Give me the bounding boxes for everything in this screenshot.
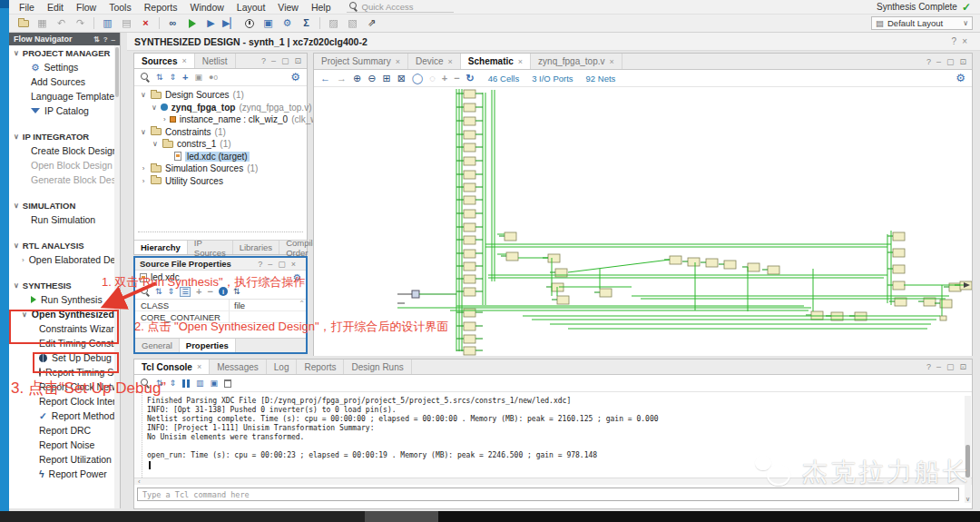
tab-log[interactable]: Log (267, 359, 298, 374)
find-icon[interactable]: ∞ (164, 16, 181, 31)
menu-tools[interactable]: Tools (103, 2, 138, 13)
step-icon[interactable]: ▶ (202, 16, 220, 31)
gear-icon[interactable]: ⚙ (290, 71, 300, 84)
float-icon[interactable]: ⊡ (959, 57, 966, 66)
flow-section-project-manager[interactable]: ∨PROJECT MANAGER (9, 45, 120, 60)
stat-46-cells[interactable]: 46 Cells (488, 74, 519, 84)
run-icon[interactable] (183, 16, 201, 31)
wand-icon[interactable]: ⇗ (363, 16, 380, 31)
maximize-icon[interactable]: ▢ (946, 362, 955, 371)
close-tab-icon[interactable]: × (181, 56, 186, 65)
maximize-icon[interactable]: ▢ (278, 260, 286, 269)
back-icon[interactable]: ← (320, 73, 330, 84)
float-icon[interactable]: ⊡ (294, 56, 301, 65)
menu-edit[interactable]: Edit (41, 2, 70, 13)
minimize-icon[interactable]: ‒ (271, 56, 276, 65)
tab-zynq_fpga_top-v[interactable]: zynq_fpga_top.v× (531, 54, 622, 69)
gear-icon[interactable]: ⚙ (956, 72, 965, 84)
tab-general[interactable]: General (135, 339, 180, 352)
menu-view[interactable]: View (271, 2, 305, 13)
autofit-icon[interactable]: ◯ (412, 73, 423, 84)
clear-icon[interactable] (224, 379, 231, 388)
minimize-icon[interactable]: ‒ (936, 57, 941, 66)
minimize-icon[interactable]: ‒ (936, 362, 941, 371)
flow-item-settings[interactable]: ⚙Settings (9, 60, 120, 74)
flow-item-report-methodology[interactable]: ✓Report Methodology (9, 409, 120, 423)
flow-item-run-simulation[interactable]: Run Simulation (9, 212, 120, 227)
menu-help[interactable]: Help (305, 2, 338, 13)
flow-item-report-noise[interactable]: Report Noise (9, 438, 120, 452)
timer-icon[interactable] (240, 16, 258, 31)
dock-icon[interactable]: ⇅ (93, 35, 100, 44)
flow-item-report-drc[interactable]: Report DRC (9, 423, 120, 438)
tab-ip-sources[interactable]: IP Sources (188, 241, 233, 254)
tab-project-summary[interactable]: Project Summary× (314, 54, 408, 69)
tab-properties[interactable]: Properties (180, 339, 236, 352)
flow-section-simulation[interactable]: ∨SIMULATION (9, 198, 120, 212)
flow-section-rtl-analysis[interactable]: ∨RTL ANALYSIS (9, 238, 120, 252)
stat-3-i-o-ports[interactable]: 3 I/O Ports (532, 74, 573, 84)
help-icon[interactable]: ? (103, 35, 108, 44)
close-tab-icon[interactable]: × (518, 57, 523, 66)
tree-item-instance_name---clk_wiz_0[interactable]: ›instance_name : clk_wiz_0(clk_wiz_0.xci… (134, 113, 307, 126)
help-icon[interactable]: ? (261, 56, 266, 65)
close-tab-icon[interactable]: × (197, 362, 201, 371)
sigma-icon[interactable]: Σ (298, 16, 315, 31)
tree-item-simulation-sources[interactable]: ›Simulation Sources(1) (134, 163, 307, 175)
close-tab-icon[interactable]: × (396, 57, 400, 66)
regenerate-icon[interactable]: ↻ (466, 73, 475, 84)
tab-design-runs[interactable]: Design Runs (344, 359, 411, 374)
copy-icon[interactable]: ▥ (196, 379, 204, 388)
flow-item-open-elaborated-design[interactable]: ›Open Elaborated Design (9, 252, 120, 267)
collapse-all-icon[interactable]: ⇅ (156, 73, 163, 82)
tree-item-zynq_fpga_top[interactable]: ∨zynq_fpga_top(zynq_fpga_top.v) (1) (134, 102, 307, 114)
menu-layout[interactable]: Layout (230, 2, 272, 13)
menu-file[interactable]: File (13, 2, 41, 13)
close-icon[interactable]: × (291, 260, 296, 269)
stat-92-nets[interactable]: 92 Nets (586, 74, 616, 84)
zoom-out-icon[interactable]: ⊖ (368, 73, 376, 84)
close-tab-icon[interactable]: × (609, 57, 613, 66)
tab-hierarchy[interactable]: Hierarchy (134, 241, 188, 254)
help-icon[interactable]: ? (926, 57, 931, 66)
layout-selector[interactable]: ▤ Default Layout ∨ (871, 16, 973, 30)
restart-icon[interactable]: ▶▏ (221, 16, 239, 31)
menu-window[interactable]: Window (183, 2, 230, 13)
maximize-icon[interactable]: ▢ (281, 56, 289, 65)
close-tab-icon[interactable]: × (448, 57, 453, 66)
minimize-icon[interactable]: ‒ (112, 35, 115, 44)
tab-tcl-console[interactable]: Tcl Console× (134, 359, 210, 374)
settings-icon[interactable]: ⚙ (279, 16, 296, 31)
help-icon[interactable]: ? (926, 362, 931, 371)
copy-icon[interactable]: ▥ (99, 16, 116, 31)
add-sources-icon[interactable]: + (182, 72, 188, 83)
zoom-fit-icon[interactable]: ⊞ (382, 73, 390, 84)
tree-item-led-xdc--target-[interactable]: led.xdc (target) (134, 151, 307, 163)
help-icon[interactable]: ? (952, 36, 957, 46)
tree-item-design-sources[interactable]: ∨Design Sources(1) (134, 89, 307, 102)
flow-item-report-power[interactable]: ϟReport Power (9, 467, 120, 481)
tree-item-utility-sources[interactable]: ›Utility Sources (134, 175, 307, 188)
flow-item-report-utilization[interactable]: Report Utilization (9, 452, 120, 467)
help-icon[interactable]: ? (258, 260, 262, 269)
queue-icon[interactable]: ▣ (211, 379, 219, 388)
report-icon[interactable]: ▣ (260, 16, 277, 31)
float-icon[interactable]: ⊡ (959, 362, 966, 371)
delete-icon[interactable]: × (137, 16, 154, 31)
maximize-icon[interactable]: ▢ (946, 57, 955, 66)
tab-libraries[interactable]: Libraries (233, 241, 279, 254)
tab-schematic[interactable]: Schematic× (461, 54, 531, 69)
tab-device[interactable]: Device× (408, 54, 461, 69)
flow-item-ip-catalog[interactable]: IP Catalog (9, 103, 120, 118)
flow-section-ip-integrator[interactable]: ∨IP INTEGRATOR (9, 129, 120, 143)
zoom-in-icon[interactable]: ⊕ (353, 73, 361, 84)
expand-all-icon[interactable]: ⇕ (170, 73, 177, 82)
status-text[interactable]: Synthesis Complete (877, 2, 957, 12)
menu-reports[interactable]: Reports (138, 2, 184, 13)
search-icon[interactable] (141, 73, 150, 82)
close-icon[interactable]: × (962, 36, 967, 46)
quick-access-search[interactable]: Quick Access (347, 2, 454, 13)
schematic-canvas[interactable] (314, 87, 972, 356)
flow-item-language-templates[interactable]: Language Templates (9, 89, 120, 103)
float-icon[interactable]: ‒ (268, 260, 272, 269)
